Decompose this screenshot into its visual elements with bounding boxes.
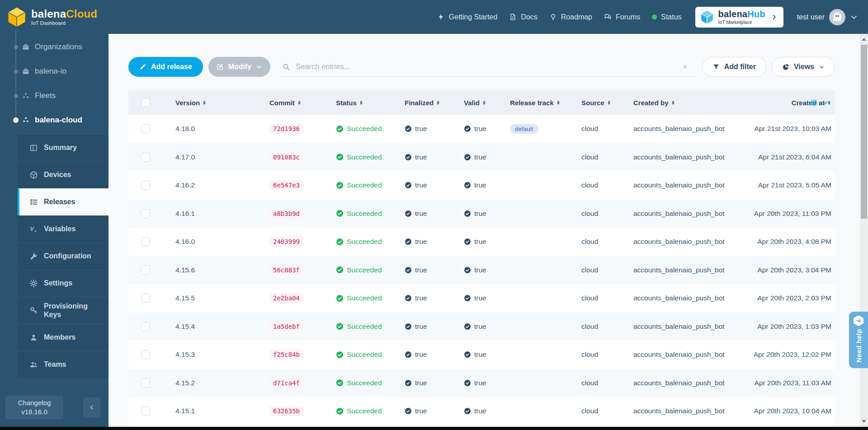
valid-cell: true	[464, 266, 510, 274]
column-header-status[interactable]: Status	[336, 99, 405, 107]
scrollbar-thumb[interactable]	[861, 45, 867, 219]
table-row[interactable]: 4.15.2 d71ca4f Succeeded true true cloud…	[128, 369, 835, 397]
commit-cell: 72d1936	[269, 124, 336, 134]
table-row[interactable]: 4.15.4 1a5debf Succeeded true true cloud…	[128, 313, 835, 341]
status-cell: Succeeded	[336, 210, 405, 218]
row-checkbox[interactable]	[141, 124, 150, 133]
row-checkbox[interactable]	[141, 266, 150, 275]
row-select-cell	[128, 294, 175, 303]
sidebar-item-settings[interactable]: Settings	[18, 270, 108, 297]
sidebar-collapse-button[interactable]	[83, 397, 100, 417]
row-checkbox[interactable]	[141, 350, 150, 359]
sidebar-item-provisioning-keys[interactable]: Provisioning Keys	[18, 297, 108, 324]
commit-hash[interactable]: 1a5debf	[269, 322, 303, 332]
row-checkbox[interactable]	[141, 322, 150, 331]
modify-button[interactable]: Modify	[208, 57, 271, 77]
sidebar-item-summary[interactable]: Summary	[18, 134, 108, 161]
row-checkbox[interactable]	[141, 294, 150, 303]
column-header-created-by[interactable]: Created by	[633, 99, 754, 107]
table-row[interactable]: 4.15.5 2e2ba04 Succeeded true true cloud…	[128, 284, 835, 313]
sidebar-item-teams[interactable]: Teams	[18, 351, 108, 378]
created-at-cell: Apr 20th 2023, 12:02 PM	[754, 351, 835, 359]
modify-label: Modify	[228, 63, 252, 71]
table-row[interactable]: 4.15.3 f25c84b Succeeded true true cloud…	[128, 341, 835, 369]
column-header-valid[interactable]: Valid	[464, 99, 510, 107]
sort-icon[interactable]	[607, 99, 611, 106]
avatar	[829, 9, 845, 25]
brand-text: balenaCloud IoT Dashboard	[31, 8, 97, 25]
sidebar-item-members[interactable]: Members	[18, 324, 108, 351]
sidebar-item-balena-cloud[interactable]: balena-cloud	[0, 108, 108, 132]
sort-icon[interactable]	[297, 99, 302, 106]
sort-icon[interactable]	[671, 99, 675, 106]
table-row[interactable]: 4.17.0 091083c Succeeded true true cloud…	[128, 143, 835, 172]
row-checkbox[interactable]	[141, 407, 150, 416]
brand-subtitle: IoT Dashboard	[31, 20, 97, 26]
column-header-version[interactable]: Version	[175, 99, 269, 107]
clear-search-button[interactable]: ×	[681, 62, 689, 71]
commit-hash[interactable]: f25c84b	[269, 350, 303, 360]
sidebar-item-configuration[interactable]: Configuration	[18, 243, 108, 270]
row-checkbox[interactable]	[141, 153, 150, 162]
column-header-source[interactable]: Source	[581, 99, 633, 107]
commit-hash[interactable]: 632635b	[269, 406, 303, 416]
changelog-button[interactable]: Changelog v18.16.0	[5, 396, 63, 420]
sidebar-item-balena-io[interactable]: balena-io	[0, 59, 108, 84]
commit-hash[interactable]: 2403999	[269, 237, 303, 247]
user-menu[interactable]: test user	[797, 9, 858, 25]
sidebar-item-fleets[interactable]: Fleets	[0, 84, 108, 108]
row-checkbox[interactable]	[141, 181, 150, 190]
commit-hash[interactable]: 2e2ba04	[269, 293, 303, 303]
sidebar-item-releases[interactable]: Releases	[18, 188, 108, 215]
balena-hub-card[interactable]: balenaHub IoT Marketplace	[695, 7, 783, 28]
sidebar-item-variables[interactable]: Variables	[18, 215, 108, 243]
nav-forums[interactable]: Forums	[604, 13, 640, 21]
created-at-cell: Apr 20th 2023, 1:03 PM	[754, 322, 835, 331]
column-header-commit[interactable]: Commit	[269, 99, 336, 107]
scroll-down-arrow[interactable]	[860, 418, 868, 425]
commit-hash[interactable]: a8b3b9d	[269, 209, 303, 219]
check-circle-icon	[405, 182, 412, 189]
column-header-release-track[interactable]: Release track	[510, 99, 581, 107]
commit-hash[interactable]: 56c883f	[269, 265, 303, 275]
brand-logo[interactable]: balenaCloud IoT Dashboard	[6, 6, 97, 28]
row-checkbox[interactable]	[141, 379, 150, 388]
row-checkbox[interactable]	[141, 237, 150, 246]
table-row[interactable]: 4.16.0 2403999 Succeeded true true cloud…	[128, 228, 835, 256]
column-settings-gear-icon[interactable]	[810, 99, 818, 107]
table-row[interactable]: 4.15.6 56c883f Succeeded true true cloud…	[128, 256, 835, 285]
table-row[interactable]: 4.16.1 a8b3b9d Succeeded true true cloud…	[128, 200, 835, 228]
row-select-cell	[128, 209, 175, 218]
sidebar-item-devices[interactable]: Devices	[18, 161, 108, 188]
nav-status[interactable]: Status	[652, 13, 681, 21]
nav-getting-started[interactable]: Getting Started	[437, 13, 498, 21]
sidebar-item-organizations[interactable]: Organizations	[0, 35, 108, 59]
scroll-up-arrow[interactable]	[860, 36, 868, 43]
table-row[interactable]: 4.15.1 632635b Succeeded true true cloud…	[128, 397, 835, 425]
sort-icon[interactable]	[482, 99, 486, 106]
sort-icon[interactable]	[359, 99, 363, 106]
row-checkbox[interactable]	[141, 209, 150, 218]
commit-hash[interactable]: 091083c	[269, 152, 303, 162]
need-help-tab[interactable]: ? Need help	[849, 312, 868, 368]
commit-hash[interactable]: 6e547e3	[269, 180, 303, 190]
column-header-finalized[interactable]: Finalized	[405, 99, 464, 107]
add-release-button[interactable]: Add release	[128, 57, 203, 77]
nav-docs[interactable]: Docs	[509, 13, 537, 21]
commit-hash[interactable]: 72d1936	[269, 124, 303, 134]
commit-hash[interactable]: d71ca4f	[269, 378, 303, 388]
table-row[interactable]: 4.18.0 72d1936 Succeeded true true defau…	[128, 115, 835, 143]
table-row[interactable]: 4.16.2 6e547e3 Succeeded true true cloud…	[128, 171, 835, 200]
chevron-down-icon[interactable]	[822, 99, 829, 106]
check-circle-icon	[464, 154, 471, 161]
tree-dot-active	[13, 117, 19, 123]
nav-roadmap[interactable]: Roadmap	[549, 13, 592, 21]
search-icon	[282, 63, 290, 71]
add-filter-button[interactable]: Add filter	[702, 57, 766, 77]
select-all-checkbox[interactable]	[141, 98, 150, 107]
sort-icon[interactable]	[436, 99, 440, 106]
views-button[interactable]: Views	[772, 57, 835, 77]
sort-icon[interactable]	[202, 99, 207, 106]
search-input[interactable]	[296, 62, 675, 71]
sort-icon[interactable]	[556, 99, 561, 106]
